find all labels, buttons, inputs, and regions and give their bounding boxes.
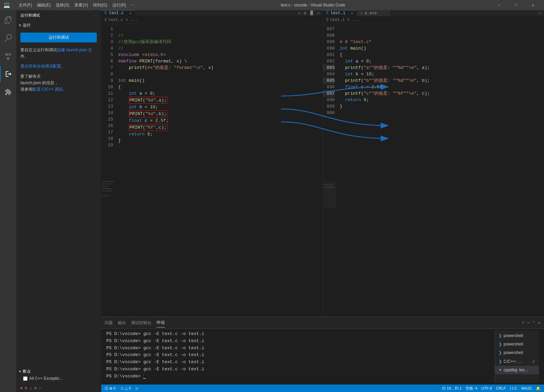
add-terminal-icon[interactable]: + (522, 320, 525, 325)
activity-extensions[interactable] (0, 84, 16, 100)
settings-icon[interactable]: ⚙ (304, 11, 306, 16)
right-more-icon[interactable]: ⋯ (539, 10, 541, 16)
vscode-icon: 💻 (3, 2, 10, 8)
svg-rect-0 (102, 181, 114, 182)
sidebar-run-text2: 显示所有自动调试配置。 (16, 61, 101, 71)
status-platform[interactable]: Win32 (521, 386, 532, 391)
terminal-line-4: PS D:\vscode> gcc -E text.c -o text.i (106, 352, 495, 359)
status-warnings[interactable]: ⚠ △ 0 (121, 386, 131, 391)
more-actions-icon[interactable]: ⋯ (317, 11, 320, 16)
split-editor-icon[interactable]: ▐▌ (309, 11, 314, 16)
breakpoint-checkbox[interactable] (23, 376, 28, 381)
status-errors[interactable]: Ⓩ ⊗ 0 (105, 386, 115, 391)
run-label: 运行 (23, 23, 31, 28)
menu-file[interactable]: 文件(F) (19, 2, 32, 8)
status-language[interactable]: { } C (510, 386, 517, 391)
sidebar-run-text1: 要自定义运行和调试创建 launch.json 文件。 (16, 45, 101, 61)
configure-cpp-link[interactable]: 配置 C/C++ 调试。 (33, 87, 67, 92)
close-button[interactable]: ✕ (525, 0, 541, 10)
tab-text-i[interactable]: C text.i ✕ (323, 10, 357, 16)
terminal-line-7: PS D:\vscode> █ (106, 373, 495, 380)
terminal-content: PS D:\vscode> gcc -E text.c -o text.i PS… (101, 329, 544, 385)
activity-search[interactable] (0, 30, 16, 46)
breakpoint-all-cpp[interactable]: All C++ Exceptio... (16, 375, 101, 384)
svg-rect-5 (102, 195, 110, 196)
show-configs-link[interactable]: 显示所有自动调试配置。 (20, 64, 65, 69)
terminal-line-2: PS D:\vscode> gcc -E text.c -o text.i (106, 338, 495, 345)
powershell-icon-2: ❯ (498, 341, 502, 348)
right-line-numbers: 887888889890891 892 893 894 895 896 897 … (323, 24, 338, 180)
tab-a-exe[interactable]: ☐ a.exe (357, 10, 391, 16)
tab-output[interactable]: 输出 (118, 318, 126, 328)
terminal-powershell-1[interactable]: ❯ powershell (495, 332, 539, 340)
c-breadcrumb-icon-right: C (326, 18, 329, 22)
status-position[interactable]: 行 19，列 1 (442, 386, 461, 391)
terminal-more-icon[interactable]: ⋯ (527, 320, 530, 325)
svg-rect-8 (324, 187, 334, 188)
terminal-powershell-3[interactable]: ❯ powershell (495, 349, 539, 357)
right-editor-tabs: C text.i ✕ ☐ a.exe ⋯ (323, 10, 544, 16)
right-minimap (323, 180, 337, 317)
terminal-cpp-task[interactable]: ❯ C/C++: ... ✓ (495, 357, 539, 366)
tab-problems[interactable]: 问题 (105, 318, 113, 328)
tab-terminal[interactable]: 终端 (157, 318, 165, 328)
status-run-icon[interactable]: ▷ (136, 386, 139, 391)
run-in-editor-icon[interactable]: ▷ (298, 11, 301, 16)
status-notification-icon[interactable]: 🔔 (536, 386, 541, 391)
terminal-cppdbg[interactable]: ✦ cppdbg: tex... (495, 366, 539, 374)
maximize-button[interactable]: □ (508, 0, 524, 10)
c-breadcrumb-icon: C (105, 18, 107, 22)
activity-explorer[interactable] (0, 12, 16, 28)
powershell-icon-3: ❯ (498, 350, 502, 356)
status-encoding[interactable]: UTF-8 (482, 386, 492, 391)
left-editor-content[interactable]: 12345 678910 1112131415 16171819 // //使用… (101, 24, 323, 180)
right-code-content: # 8 "text.c" int main() { int a = 0; pri… (338, 24, 544, 180)
sidebar-more-icon[interactable]: ··· (94, 14, 97, 18)
terminal-close-icon[interactable]: ✕ (538, 320, 541, 325)
menu-more[interactable]: ··· (131, 2, 134, 8)
cpp-task-icon: ❯ (498, 358, 502, 365)
menu-select[interactable]: 选择(S) (56, 2, 69, 8)
run-debug-button[interactable]: 运行和调试 (20, 33, 97, 42)
status-spaces[interactable]: 空格: 4 (466, 386, 477, 391)
activity-bar (0, 10, 16, 392)
terminal-powershell-2[interactable]: ❯ powershell (495, 340, 539, 349)
editors-split: 12345 678910 1112131415 16171819 // //使用… (101, 24, 544, 317)
tab-debug-console[interactable]: 调试控制台 (131, 318, 151, 328)
warnings-icon: ⚠ 0 (30, 386, 37, 390)
status-line-ending[interactable]: CRLF (496, 386, 506, 391)
run-section-toggle[interactable]: ▾ 运行 (19, 22, 97, 29)
menu-edit[interactable]: 编辑(E) (37, 2, 51, 8)
breakpoints-label: 断点 (23, 369, 31, 374)
right-tab-actions: ⋯ (536, 10, 544, 16)
terminal-collapse-icon[interactable]: ⌃ (532, 320, 535, 325)
activity-source-control[interactable] (0, 48, 16, 64)
minimize-button[interactable]: ― (491, 0, 507, 10)
terminal-text[interactable]: PS D:\vscode> gcc -E text.c -o text.i PS… (106, 331, 495, 383)
right-editor-content[interactable]: 887888889890891 892 893 894 895 896 897 … (323, 24, 544, 180)
left-breadcrumb-text: text.c > ... (108, 18, 138, 22)
close-tab-right-icon[interactable]: ✕ (351, 11, 353, 15)
menu-goto[interactable]: 转到(G) (93, 2, 107, 8)
breakpoints-toggle[interactable]: ▾ 断点 (19, 369, 97, 374)
left-breadcrumb: C text.c > ... (101, 16, 323, 24)
powershell-icon-1: ❯ (498, 333, 502, 339)
menu-view[interactable]: 查看(V) (74, 2, 88, 8)
status-bar: Ⓩ ⊗ 0 ⚠ △ 0 ▷ 行 19，列 1 空格: 4 UTF-8 (101, 385, 544, 392)
sidebar-title: 运行和调试 (20, 13, 40, 18)
window-controls: ― □ ✕ (491, 0, 541, 10)
exe-file-icon: ☐ (360, 11, 363, 16)
right-editor-pane: 887888889890891 892 893 894 895 896 897 … (323, 24, 544, 317)
c-file-icon: C (105, 11, 107, 16)
left-line-numbers: 12345 678910 1112131415 16171819 (101, 24, 116, 180)
right-breadcrumb-text: text.i > ... (330, 18, 359, 22)
activity-run-debug[interactable] (0, 66, 16, 82)
create-launch-link[interactable]: 创建 launch.json 文 (57, 48, 92, 52)
run-status-icon: ▷ (39, 386, 42, 390)
terminal-actions: + ⋯ ⌃ ✕ (522, 320, 541, 325)
close-tab-icon[interactable]: ✕ (129, 11, 131, 15)
menu-run[interactable]: 运行(R) (112, 2, 126, 8)
tab-text-c[interactable]: C text.c ✕ (101, 10, 135, 16)
terminal-line-6: PS D:\vscode> gcc -E text.c -o text.i (106, 366, 495, 373)
terminal-line-3: PS D:\vscode> gcc -E text.c -o text.i (106, 345, 495, 352)
